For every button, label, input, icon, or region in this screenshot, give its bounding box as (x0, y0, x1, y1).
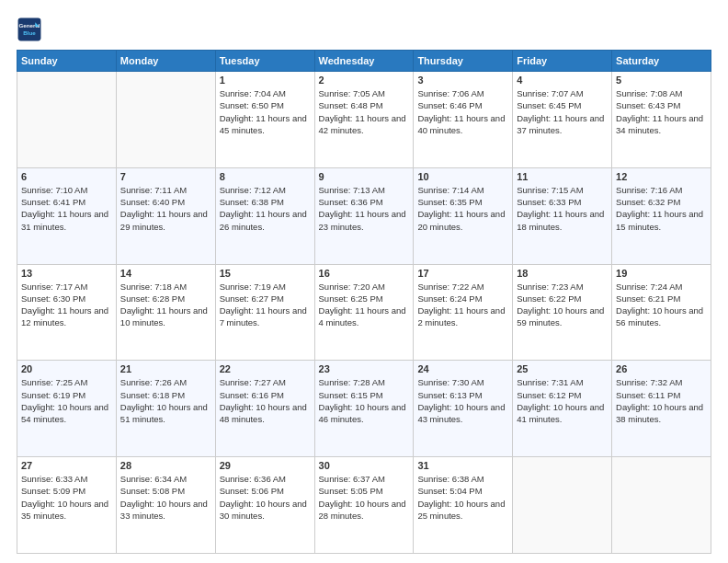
calendar-week-1: 1Sunrise: 7:04 AMSunset: 6:50 PMDaylight… (17, 72, 711, 168)
calendar-cell: 25Sunrise: 7:31 AMSunset: 6:12 PMDayligh… (513, 361, 612, 457)
calendar-cell: 5Sunrise: 7:08 AMSunset: 6:43 PMDaylight… (612, 72, 711, 168)
sunset-text: Sunset: 6:13 PM (417, 389, 508, 401)
calendar: SundayMondayTuesdayWednesdayThursdayFrid… (17, 50, 711, 554)
sunset-text: Sunset: 6:32 PM (616, 196, 707, 208)
daylight-text: Daylight: 10 hours and 51 minutes. (120, 401, 211, 426)
calendar-week-2: 6Sunrise: 7:10 AMSunset: 6:41 PMDaylight… (17, 167, 711, 264)
sunrise-text: Sunrise: 7:20 AM (319, 281, 410, 293)
day-number: 19 (616, 268, 707, 279)
calendar-cell: 6Sunrise: 7:10 AMSunset: 6:41 PMDaylight… (17, 167, 117, 264)
day-number: 28 (120, 460, 211, 471)
calendar-cell: 31Sunrise: 6:38 AMSunset: 5:04 PMDayligh… (414, 457, 513, 554)
calendar-cell: 4Sunrise: 7:07 AMSunset: 6:45 PMDaylight… (513, 72, 612, 168)
header: General Blue (17, 17, 711, 42)
calendar-cell: 18Sunrise: 7:23 AMSunset: 6:22 PMDayligh… (513, 264, 612, 361)
sunrise-text: Sunrise: 7:30 AM (417, 376, 508, 388)
day-header-wednesday: Wednesday (314, 51, 414, 72)
daylight-text: Daylight: 11 hours and 42 minutes. (319, 112, 410, 137)
day-header-friday: Friday (513, 51, 612, 72)
daylight-text: Daylight: 10 hours and 30 minutes. (220, 498, 311, 523)
sunrise-text: Sunrise: 7:27 AM (220, 376, 311, 388)
day-header-monday: Monday (116, 51, 215, 72)
sunrise-text: Sunrise: 7:19 AM (220, 281, 311, 293)
daylight-text: Daylight: 10 hours and 41 minutes. (517, 401, 608, 426)
sunrise-text: Sunrise: 7:05 AM (319, 87, 410, 99)
daylight-text: Daylight: 11 hours and 40 minutes. (417, 112, 508, 137)
day-number: 21 (120, 363, 211, 374)
sunset-text: Sunset: 6:16 PM (220, 389, 311, 401)
calendar-cell: 1Sunrise: 7:04 AMSunset: 6:50 PMDaylight… (215, 72, 314, 168)
sunrise-text: Sunrise: 7:18 AM (120, 281, 211, 293)
calendar-week-3: 13Sunrise: 7:17 AMSunset: 6:30 PMDayligh… (17, 264, 711, 361)
day-number: 31 (417, 460, 508, 471)
day-number: 7 (120, 171, 211, 182)
daylight-text: Daylight: 10 hours and 25 minutes. (417, 498, 508, 523)
sunset-text: Sunset: 6:21 PM (616, 293, 707, 304)
sunrise-text: Sunrise: 6:37 AM (319, 473, 410, 485)
sunset-text: Sunset: 6:25 PM (319, 293, 410, 304)
sunrise-text: Sunrise: 7:28 AM (319, 376, 410, 388)
sunrise-text: Sunrise: 7:11 AM (120, 184, 211, 196)
calendar-cell: 13Sunrise: 7:17 AMSunset: 6:30 PMDayligh… (17, 264, 117, 361)
daylight-text: Daylight: 10 hours and 54 minutes. (21, 401, 112, 426)
daylight-text: Daylight: 11 hours and 29 minutes. (120, 208, 211, 233)
daylight-text: Daylight: 10 hours and 35 minutes. (21, 498, 112, 523)
day-number: 25 (517, 363, 608, 374)
calendar-cell: 11Sunrise: 7:15 AMSunset: 6:33 PMDayligh… (513, 167, 612, 264)
day-number: 13 (21, 268, 112, 279)
day-number: 11 (517, 171, 608, 182)
sunrise-text: Sunrise: 7:07 AM (517, 87, 608, 99)
calendar-cell (513, 457, 612, 554)
day-number: 17 (417, 268, 508, 279)
sunrise-text: Sunrise: 7:26 AM (120, 376, 211, 388)
day-header-thursday: Thursday (414, 51, 513, 72)
calendar-cell: 8Sunrise: 7:12 AMSunset: 6:38 PMDaylight… (215, 167, 314, 264)
day-header-saturday: Saturday (612, 51, 711, 72)
day-number: 26 (616, 363, 707, 374)
daylight-text: Daylight: 11 hours and 4 minutes. (319, 304, 410, 329)
day-number: 14 (120, 268, 211, 279)
sunrise-text: Sunrise: 6:34 AM (120, 473, 211, 485)
daylight-text: Daylight: 10 hours and 59 minutes. (517, 304, 608, 329)
calendar-cell: 10Sunrise: 7:14 AMSunset: 6:35 PMDayligh… (414, 167, 513, 264)
sunrise-text: Sunrise: 7:04 AM (220, 87, 311, 99)
calendar-cell: 24Sunrise: 7:30 AMSunset: 6:13 PMDayligh… (414, 361, 513, 457)
calendar-cell: 2Sunrise: 7:05 AMSunset: 6:48 PMDaylight… (314, 72, 414, 168)
sunset-text: Sunset: 6:40 PM (120, 196, 211, 208)
day-number: 15 (220, 268, 311, 279)
calendar-cell: 23Sunrise: 7:28 AMSunset: 6:15 PMDayligh… (314, 361, 414, 457)
calendar-cell: 19Sunrise: 7:24 AMSunset: 6:21 PMDayligh… (612, 264, 711, 361)
day-number: 9 (319, 171, 410, 182)
sunrise-text: Sunrise: 7:24 AM (616, 281, 707, 293)
sunset-text: Sunset: 5:08 PM (120, 485, 211, 497)
sunrise-text: Sunrise: 7:25 AM (21, 376, 112, 388)
day-number: 8 (220, 171, 311, 182)
page: General Blue SundayMondayTuesdayWednesda… (0, 0, 728, 563)
calendar-cell: 20Sunrise: 7:25 AMSunset: 6:19 PMDayligh… (17, 361, 117, 457)
sunrise-text: Sunrise: 6:38 AM (417, 473, 508, 485)
calendar-week-4: 20Sunrise: 7:25 AMSunset: 6:19 PMDayligh… (17, 361, 711, 457)
day-number: 3 (417, 75, 508, 86)
sunset-text: Sunset: 6:36 PM (319, 196, 410, 208)
daylight-text: Daylight: 11 hours and 7 minutes. (220, 304, 311, 329)
sunset-text: Sunset: 6:43 PM (616, 99, 707, 111)
day-number: 2 (319, 75, 410, 86)
day-number: 10 (417, 171, 508, 182)
daylight-text: Daylight: 11 hours and 26 minutes. (220, 208, 311, 233)
sunset-text: Sunset: 5:09 PM (21, 485, 112, 497)
calendar-cell: 15Sunrise: 7:19 AMSunset: 6:27 PMDayligh… (215, 264, 314, 361)
daylight-text: Daylight: 10 hours and 28 minutes. (319, 498, 410, 523)
sunrise-text: Sunrise: 7:17 AM (21, 281, 112, 293)
daylight-text: Daylight: 11 hours and 31 minutes. (21, 208, 112, 233)
sunrise-text: Sunrise: 7:15 AM (517, 184, 608, 196)
day-number: 6 (21, 171, 112, 182)
sunset-text: Sunset: 6:35 PM (417, 196, 508, 208)
calendar-cell: 29Sunrise: 6:36 AMSunset: 5:06 PMDayligh… (215, 457, 314, 554)
sunset-text: Sunset: 6:38 PM (220, 196, 311, 208)
daylight-text: Daylight: 10 hours and 46 minutes. (319, 401, 410, 426)
daylight-text: Daylight: 10 hours and 56 minutes. (616, 304, 707, 329)
calendar-cell: 27Sunrise: 6:33 AMSunset: 5:09 PMDayligh… (17, 457, 117, 554)
sunset-text: Sunset: 5:04 PM (417, 485, 508, 497)
sunrise-text: Sunrise: 7:06 AM (417, 87, 508, 99)
day-number: 4 (517, 75, 608, 86)
